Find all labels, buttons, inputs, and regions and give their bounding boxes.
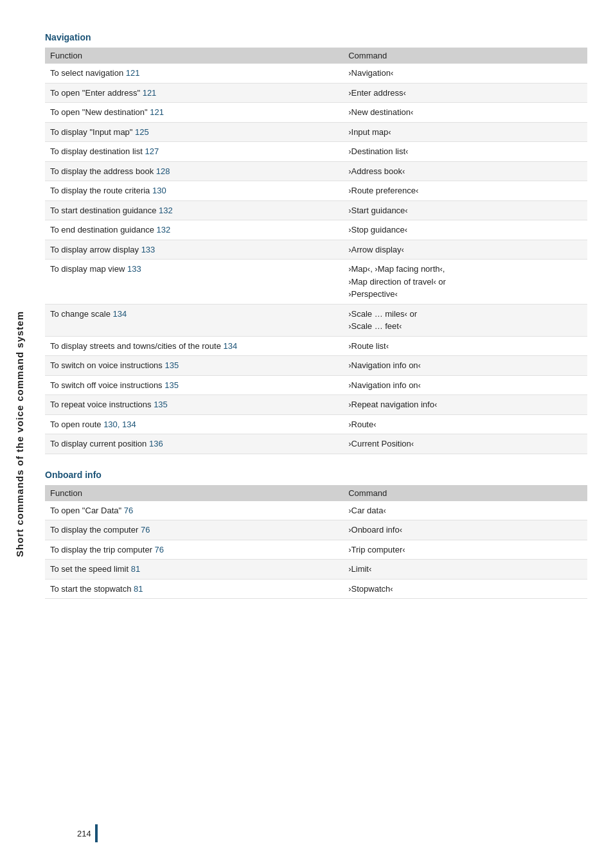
ref-number: 76 xyxy=(155,545,164,554)
nav-command-cell: ›Navigation info on‹ xyxy=(343,375,587,395)
nav-function-cell: To select navigation 121 xyxy=(45,64,343,83)
ref-number: 128 xyxy=(156,166,170,176)
table-row: To display the trip computer 76›Trip com… xyxy=(45,540,587,560)
ref-number: 130, 134 xyxy=(103,420,136,429)
nav-function-cell: To switch off voice instructions 135 xyxy=(45,375,343,395)
nav-command-cell: ›Navigation‹ xyxy=(343,64,587,83)
ob-function-cell: To open "Car Data" 76 xyxy=(45,501,343,520)
main-content: Navigation Function Command To select na… xyxy=(39,0,613,868)
nav-function-cell: To display destination list 127 xyxy=(45,142,343,162)
nav-function-cell: To switch on voice instructions 135 xyxy=(45,356,343,376)
navigation-section: Navigation Function Command To select na… xyxy=(45,32,587,454)
nav-function-cell: To end destination guidance 132 xyxy=(45,220,343,240)
table-row: To display current position 136›Current … xyxy=(45,434,587,454)
nav-col-function: Function xyxy=(45,48,343,64)
page-number-text: 214 xyxy=(77,829,91,838)
nav-function-cell: To display the route criteria 130 xyxy=(45,181,343,201)
ref-number: 81 xyxy=(134,584,143,594)
nav-command-cell: ›Scale … miles‹ or ›Scale … feet‹ xyxy=(343,304,587,336)
nav-command-cell: ›New destination‹ xyxy=(343,103,587,123)
nav-command-cell: ›Stop guidance‹ xyxy=(343,220,587,240)
ref-number: 125 xyxy=(135,127,149,137)
table-row: To change scale 134›Scale … miles‹ or ›S… xyxy=(45,304,587,336)
table-row: To display the route criteria 130›Route … xyxy=(45,181,587,201)
nav-function-cell: To display current position 136 xyxy=(45,434,343,454)
ref-number: 121 xyxy=(150,107,164,117)
ob-command-cell: ›Trip computer‹ xyxy=(343,540,587,560)
nav-function-cell: To open "Enter address" 121 xyxy=(45,83,343,103)
ob-function-cell: To display the computer 76 xyxy=(45,520,343,540)
onboard-title: Onboard info xyxy=(45,470,587,480)
ref-number: 132 xyxy=(159,206,173,215)
ref-number: 135 xyxy=(154,400,168,409)
ob-command-cell: ›Onboard info‹ xyxy=(343,520,587,540)
nav-command-cell: ›Map‹, ›Map facing north‹, ›Map directio… xyxy=(343,260,587,305)
ref-number: 134 xyxy=(113,309,127,319)
ob-col-function: Function xyxy=(45,485,343,501)
table-row: To end destination guidance 132›Stop gui… xyxy=(45,220,587,240)
ref-number: 135 xyxy=(164,380,179,390)
onboard-table-body: To open "Car Data" 76›Car data‹To displa… xyxy=(45,501,587,599)
ob-col-command: Command xyxy=(343,485,587,501)
table-row: To display arrow display 133›Arrow displ… xyxy=(45,240,587,260)
nav-command-cell: ›Enter address‹ xyxy=(343,83,587,103)
nav-command-cell: ›Start guidance‹ xyxy=(343,200,587,220)
ref-number: 132 xyxy=(157,225,171,235)
nav-command-cell: ›Destination list‹ xyxy=(343,142,587,162)
ob-function-cell: To start the stopwatch 81 xyxy=(45,579,343,599)
ref-number: 76 xyxy=(124,506,133,515)
page-number-container: 214 xyxy=(77,824,98,842)
table-row: To select navigation 121›Navigation‹ xyxy=(45,64,587,83)
nav-command-cell: ›Address book‹ xyxy=(343,161,587,181)
nav-function-cell: To open route 130, 134 xyxy=(45,414,343,434)
onboard-section: Onboard info Function Command To open "C… xyxy=(45,470,587,599)
sidebar: Short commands of the voice command syst… xyxy=(0,0,39,868)
nav-command-cell: ›Route list‹ xyxy=(343,336,587,356)
nav-function-cell: To display arrow display 133 xyxy=(45,240,343,260)
ref-number: 76 xyxy=(141,525,150,535)
nav-command-cell: ›Route preference‹ xyxy=(343,181,587,201)
table-row: To set the speed limit 81›Limit‹ xyxy=(45,560,587,580)
table-row: To repeat voice instructions 135›Repeat … xyxy=(45,395,587,415)
table-row: To display the computer 76›Onboard info‹ xyxy=(45,520,587,540)
table-row: To open "Enter address" 121›Enter addres… xyxy=(45,83,587,103)
ref-number: 136 xyxy=(149,439,163,448)
ref-number: 134 xyxy=(224,341,238,351)
nav-function-cell: To change scale 134 xyxy=(45,304,343,336)
table-row: To start destination guidance 132›Start … xyxy=(45,200,587,220)
ob-function-cell: To set the speed limit 81 xyxy=(45,560,343,580)
navigation-table-body: To select navigation 121›Navigation‹To o… xyxy=(45,64,587,454)
nav-command-cell: ›Route‹ xyxy=(343,414,587,434)
table-row: To switch off voice instructions 135›Nav… xyxy=(45,375,587,395)
nav-command-cell: ›Arrow display‹ xyxy=(343,240,587,260)
ob-command-cell: ›Limit‹ xyxy=(343,560,587,580)
table-row: To open "Car Data" 76›Car data‹ xyxy=(45,501,587,520)
navigation-title: Navigation xyxy=(45,32,587,42)
onboard-table: Function Command To open "Car Data" 76›C… xyxy=(45,485,587,599)
ob-command-cell: ›Car data‹ xyxy=(343,501,587,520)
table-row: To display streets and towns/cities of t… xyxy=(45,336,587,356)
nav-function-cell: To display streets and towns/cities of t… xyxy=(45,336,343,356)
ref-number: 130 xyxy=(152,186,166,195)
nav-command-cell: ›Current Position‹ xyxy=(343,434,587,454)
ref-number: 135 xyxy=(164,360,179,370)
nav-command-cell: ›Repeat navigation info‹ xyxy=(343,395,587,415)
ref-number: 121 xyxy=(126,68,140,78)
table-row: To start the stopwatch 81›Stopwatch‹ xyxy=(45,579,587,599)
navigation-table: Function Command To select navigation 12… xyxy=(45,48,587,454)
nav-function-cell: To display "Input map" 125 xyxy=(45,122,343,142)
onboard-table-header: Function Command xyxy=(45,485,587,501)
table-row: To switch on voice instructions 135›Navi… xyxy=(45,356,587,376)
table-row: To open "New destination" 121›New destin… xyxy=(45,103,587,123)
page-container: Short commands of the voice command syst… xyxy=(0,0,613,868)
nav-function-cell: To start destination guidance 132 xyxy=(45,200,343,220)
table-row: To open route 130, 134›Route‹ xyxy=(45,414,587,434)
nav-col-command: Command xyxy=(343,48,587,64)
ref-number: 127 xyxy=(145,146,159,156)
nav-function-cell: To display map view 133 xyxy=(45,260,343,305)
ref-number: 81 xyxy=(131,564,140,574)
ob-function-cell: To display the trip computer 76 xyxy=(45,540,343,560)
nav-function-cell: To open "New destination" 121 xyxy=(45,103,343,123)
nav-command-cell: ›Input map‹ xyxy=(343,122,587,142)
ref-number: 133 xyxy=(127,264,141,274)
